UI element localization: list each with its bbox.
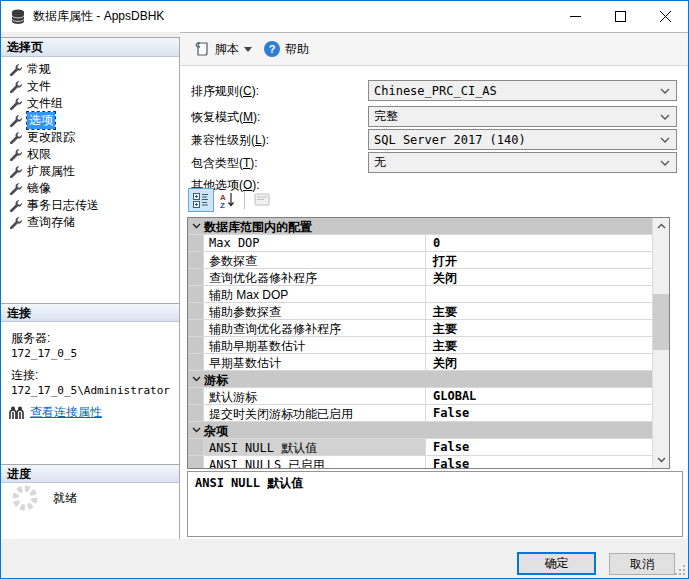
progress-header: 进度 xyxy=(1,464,179,483)
sidebar: 选择页 常规 文件 文件组 选项 更改跟踪 xyxy=(1,37,180,541)
chevron-down-icon xyxy=(660,160,670,166)
collapse-chevron-icon xyxy=(192,427,201,433)
maximize-button[interactable] xyxy=(598,1,643,32)
close-icon xyxy=(660,11,671,22)
maximize-icon xyxy=(615,11,626,22)
wrench-icon xyxy=(8,80,22,93)
progress-status: 就绪 xyxy=(53,490,77,507)
property-row[interactable]: 辅助早期基数估计主要 xyxy=(188,337,652,354)
collapse-chevron-icon xyxy=(192,223,201,229)
scroll-up-arrow[interactable] xyxy=(653,218,669,234)
sidebar-item-change-tracking[interactable]: 更改跟踪 xyxy=(1,129,179,146)
connection-properties-icon xyxy=(9,406,24,419)
sidebar-item-permissions[interactable]: 权限 xyxy=(1,146,179,163)
property-row[interactable]: 辅助查询优化器修补程序主要 xyxy=(188,320,652,337)
connection-value: 172_17_0_5\Administrator xyxy=(11,383,175,398)
chevron-down-icon xyxy=(660,114,670,120)
view-connection-properties-link[interactable]: 查看连接属性 xyxy=(30,404,102,421)
property-row[interactable]: ANSI NULLS 已启用False xyxy=(188,456,652,468)
alphabetical-sort-button[interactable]: A Z xyxy=(214,188,240,212)
sidebar-item-files[interactable]: 文件 xyxy=(1,78,179,95)
sidebar-item-mirroring[interactable]: 镜像 xyxy=(1,180,179,197)
help-icon: ? xyxy=(264,41,280,57)
property-pages-icon xyxy=(254,193,270,207)
close-button[interactable] xyxy=(643,1,688,32)
wrench-icon xyxy=(8,216,22,229)
scrollbar-thumb[interactable] xyxy=(653,294,669,350)
wrench-icon xyxy=(8,148,22,161)
sidebar-item-label: 更改跟踪 xyxy=(27,129,75,146)
sidebar-item-label: 文件组 xyxy=(27,95,63,112)
options-property-grid: 数据库范围内的配置 Max DOP0 参数探查打开 查询优化器修补程序关闭 辅助… xyxy=(187,217,670,469)
property-group-cursor[interactable]: 游标 xyxy=(188,371,652,388)
select-page-list: 常规 文件 文件组 选项 更改跟踪 权限 xyxy=(1,61,179,231)
svg-text:Z: Z xyxy=(220,201,225,209)
progress-spinner-icon xyxy=(11,484,39,512)
database-properties-dialog: 数据库属性 - AppsDBHK 选择页 常规 文件 xyxy=(0,0,689,579)
recovery-model-label: 恢复模式(M): xyxy=(191,109,260,126)
collation-select[interactable]: Chinese_PRC_CI_AS xyxy=(368,80,677,101)
property-row[interactable]: 辅助参数探查主要 xyxy=(188,303,652,320)
property-row[interactable]: 提交时关闭游标功能已启用False xyxy=(188,405,652,422)
toolbar-separator xyxy=(244,191,245,209)
compatibility-level-select[interactable]: SQL Server 2017 (140) xyxy=(368,129,677,150)
property-description: ANSI NULL 默认值 xyxy=(187,471,683,537)
sidebar-item-label: 文件 xyxy=(27,78,51,95)
property-row[interactable]: 查询优化器修补程序关闭 xyxy=(188,269,652,286)
select-page-header: 选择页 xyxy=(1,38,179,57)
property-row[interactable]: Max DOP0 xyxy=(188,235,652,252)
collapse-chevron-icon xyxy=(192,376,201,382)
wrench-icon xyxy=(8,63,22,76)
wrench-icon xyxy=(8,114,22,127)
sidebar-item-options[interactable]: 选项 xyxy=(1,112,179,129)
sidebar-item-general[interactable]: 常规 xyxy=(1,61,179,78)
minimize-button[interactable] xyxy=(553,1,598,32)
property-row[interactable]: 早期基数估计关闭 xyxy=(188,354,652,371)
server-label: 服务器: xyxy=(11,331,175,346)
window-title: 数据库属性 - AppsDBHK xyxy=(33,8,164,25)
connection-info: 服务器: 172_17_0_5 连接: 172_17_0_5\Administr… xyxy=(11,331,175,398)
property-row[interactable]: 默认游标GLOBAL xyxy=(188,388,652,405)
grid-scrollbar[interactable] xyxy=(652,218,669,468)
property-pages-button xyxy=(249,188,275,212)
categorized-icon xyxy=(193,192,209,208)
script-button[interactable]: 脚本 xyxy=(188,37,258,61)
sidebar-item-filegroups[interactable]: 文件组 xyxy=(1,95,179,112)
dialog-toolbar: 脚本 ? 帮助 xyxy=(180,32,688,66)
wrench-icon xyxy=(8,199,22,212)
chevron-down-icon xyxy=(660,88,670,94)
titlebar[interactable]: 数据库属性 - AppsDBHK xyxy=(1,1,688,32)
options-page: 排序规则(C): Chinese_PRC_CI_AS 恢复模式(M): 完整 兼… xyxy=(180,66,689,541)
wrench-icon xyxy=(8,97,22,110)
sidebar-item-label: 权限 xyxy=(27,146,51,163)
containment-type-label: 包含类型(T): xyxy=(191,155,258,172)
wrench-icon xyxy=(8,165,22,178)
categorized-button[interactable] xyxy=(188,188,214,212)
help-button-label: 帮助 xyxy=(285,41,309,58)
sidebar-item-log-shipping[interactable]: 事务日志传送 xyxy=(1,197,179,214)
property-row[interactable]: 参数探查打开 xyxy=(188,252,652,269)
cancel-button[interactable]: 取消 xyxy=(609,553,675,575)
wrench-icon xyxy=(8,182,22,195)
property-row[interactable]: 辅助 Max DOP xyxy=(188,286,652,303)
sidebar-item-query-store[interactable]: 查询存储 xyxy=(1,214,179,231)
minimize-icon xyxy=(570,11,581,22)
help-button[interactable]: ? 帮助 xyxy=(258,37,315,61)
sidebar-item-extended-properties[interactable]: 扩展属性 xyxy=(1,163,179,180)
property-row-selected[interactable]: ANSI NULL 默认值False xyxy=(188,439,652,456)
recovery-model-select[interactable]: 完整 xyxy=(368,106,677,127)
property-group-db-scoped-config[interactable]: 数据库范围内的配置 xyxy=(188,218,652,235)
compatibility-level-label: 兼容性级别(L): xyxy=(191,132,269,149)
script-button-label: 脚本 xyxy=(215,41,239,58)
containment-type-select[interactable]: 无 xyxy=(368,152,677,173)
property-grid-toolbar: A Z xyxy=(188,188,275,212)
sidebar-item-label: 常规 xyxy=(27,61,51,78)
connection-header: 连接 xyxy=(1,303,179,322)
scroll-down-arrow[interactable] xyxy=(653,452,669,468)
server-value: 172_17_0_5 xyxy=(11,346,175,361)
ok-button[interactable]: 确定 xyxy=(517,552,596,575)
resize-grip[interactable] xyxy=(683,573,685,575)
sidebar-item-label: 事务日志传送 xyxy=(27,197,99,214)
property-group-miscellaneous[interactable]: 杂项 xyxy=(188,422,652,439)
chevron-down-icon xyxy=(244,47,252,52)
